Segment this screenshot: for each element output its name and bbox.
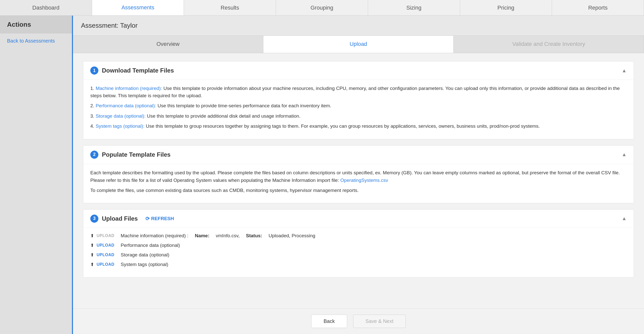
upload-icon-storage: ⬆ bbox=[90, 252, 94, 258]
footer: Back Save & Next bbox=[73, 308, 644, 334]
tab-overview[interactable]: Overview bbox=[73, 36, 263, 53]
upload-icon-machine: ⬆ bbox=[90, 233, 94, 239]
nav-tab-grouping[interactable]: Grouping bbox=[276, 0, 368, 15]
section-download-body: 1. Machine information (required): Use t… bbox=[83, 80, 634, 139]
upload-button-performance[interactable]: UPLOAD bbox=[97, 243, 114, 248]
upload-item-storage: ⬆ UPLOAD Storage data (optional) bbox=[90, 252, 627, 258]
nav-tab-dashboard[interactable]: Dashboard bbox=[0, 0, 92, 15]
scroll-content: 1 Download Template Files ▲ 1. Machine i… bbox=[73, 53, 644, 308]
section-populate: 2 Populate Template Files ▲ Each templat… bbox=[83, 145, 634, 203]
list-item: 1. Machine information (required): Use t… bbox=[90, 85, 627, 99]
collapse-icon-upload[interactable]: ▲ bbox=[622, 216, 627, 221]
top-nav: Dashboard Assessments Results Grouping S… bbox=[0, 0, 644, 16]
performance-data-link[interactable]: Performance data (optional): bbox=[96, 103, 156, 108]
content-area: Assessment: Taylor Overview Upload Valid… bbox=[73, 16, 644, 334]
sidebar-actions-header: Actions bbox=[0, 16, 72, 34]
upload-icon-performance: ⬆ bbox=[90, 243, 94, 248]
nav-tab-pricing[interactable]: Pricing bbox=[460, 0, 552, 15]
upload-icon-tags: ⬆ bbox=[90, 262, 94, 267]
section-upload-title: 3 Upload Files ⟳ REFRESH bbox=[90, 215, 174, 223]
operating-systems-link[interactable]: OperatingSystems.csv bbox=[340, 178, 388, 183]
populate-text-1: Each template describes the formatting u… bbox=[90, 169, 627, 184]
section-download-header: 1 Download Template Files ▲ bbox=[83, 61, 634, 80]
sidebar: Actions Back to Assessments bbox=[0, 16, 73, 334]
nav-tab-results[interactable]: Results bbox=[184, 0, 276, 15]
list-item: 3. Storage data (optional): Use this tem… bbox=[90, 113, 627, 120]
upload-button-machine[interactable]: UPLOAD bbox=[97, 233, 114, 238]
nav-tab-sizing[interactable]: Sizing bbox=[368, 0, 460, 15]
nav-tab-reports[interactable]: Reports bbox=[552, 0, 644, 15]
populate-text-2: To complete the files, use common existi… bbox=[90, 187, 627, 194]
back-button[interactable]: Back bbox=[311, 315, 347, 328]
list-item: 4. System tags (optional): Use this temp… bbox=[90, 123, 627, 130]
upload-button-storage[interactable]: UPLOAD bbox=[97, 253, 114, 257]
assessment-title: Assessment: Taylor bbox=[73, 16, 644, 36]
step-badge-2: 2 bbox=[90, 151, 98, 159]
upload-item-machine: ⬆ UPLOAD Machine information (required) … bbox=[90, 233, 627, 239]
sub-tabs: Overview Upload Validate and Create Inve… bbox=[73, 36, 644, 53]
storage-data-link[interactable]: Storage data (optional): bbox=[96, 113, 146, 119]
section-upload: 3 Upload Files ⟳ REFRESH ▲ ⬆ UPLO bbox=[83, 209, 634, 278]
nav-tab-assessments[interactable]: Assessments bbox=[92, 0, 184, 15]
save-next-button: Save & Next bbox=[353, 315, 406, 328]
section-upload-header: 3 Upload Files ⟳ REFRESH ▲ bbox=[83, 210, 634, 228]
download-list: 1. Machine information (required): Use t… bbox=[90, 85, 627, 130]
section-upload-body: ⬆ UPLOAD Machine information (required) … bbox=[83, 228, 634, 277]
section-populate-header: 2 Populate Template Files ▲ bbox=[83, 146, 634, 164]
system-tags-link[interactable]: System tags (optional): bbox=[96, 123, 144, 129]
list-item: 2. Performance data (optional): Use this… bbox=[90, 102, 627, 110]
upload-item-performance: ⬆ UPLOAD Performance data (optional) bbox=[90, 243, 627, 248]
tab-upload[interactable]: Upload bbox=[263, 36, 454, 53]
tab-validate-create: Validate and Create Inventory bbox=[454, 36, 644, 53]
upload-button-tags[interactable]: UPLOAD bbox=[97, 262, 114, 267]
refresh-button[interactable]: ⟳ REFRESH bbox=[145, 216, 174, 222]
collapse-icon-populate[interactable]: ▲ bbox=[622, 152, 627, 157]
step-badge-3: 3 bbox=[90, 215, 98, 223]
upload-item-tags: ⬆ UPLOAD System tags (optional) bbox=[90, 262, 627, 267]
section-download-title: 1 Download Template Files bbox=[90, 66, 174, 75]
step-badge-1: 1 bbox=[90, 66, 98, 75]
machine-info-link[interactable]: Machine information (required): bbox=[96, 86, 162, 91]
section-populate-body: Each template describes the formatting u… bbox=[83, 164, 634, 203]
refresh-icon: ⟳ bbox=[145, 216, 150, 222]
section-download: 1 Download Template Files ▲ 1. Machine i… bbox=[83, 61, 634, 139]
main-layout: Actions Back to Assessments Assessment: … bbox=[0, 16, 644, 334]
back-to-assessments-link[interactable]: Back to Assessments bbox=[0, 34, 72, 48]
collapse-icon-download[interactable]: ▲ bbox=[622, 68, 627, 74]
section-populate-title: 2 Populate Template Files bbox=[90, 151, 171, 159]
